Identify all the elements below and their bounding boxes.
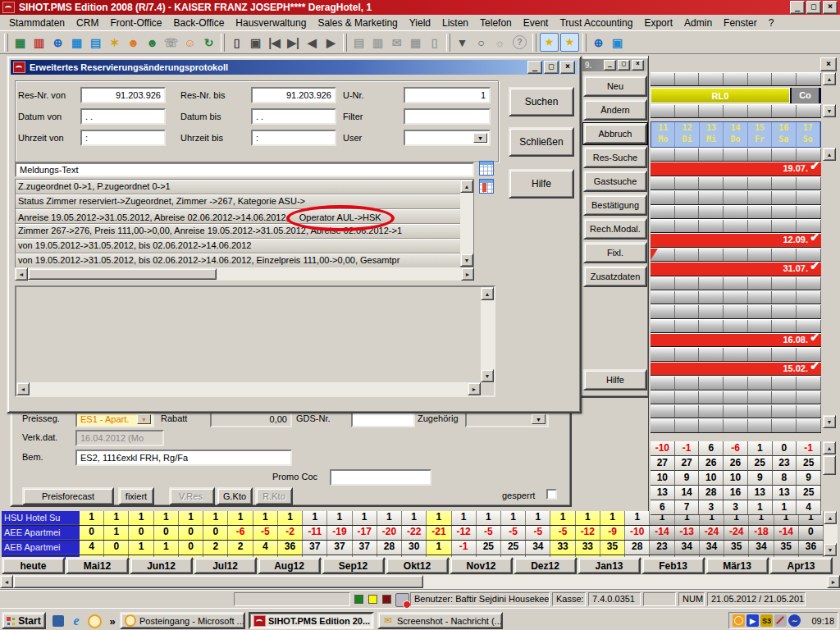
room-row[interactable] — [651, 219, 821, 233]
key-icon[interactable]: ✶ — [106, 34, 123, 51]
tab-okt12[interactable]: Okt12 — [386, 557, 449, 574]
filter-field[interactable] — [404, 108, 491, 125]
task-sihot[interactable]: SIHOT.PMS Edition 20... — [249, 612, 374, 629]
tab-mär13[interactable]: Mär13 — [705, 557, 769, 574]
minimize-button[interactable]: _ — [527, 61, 542, 74]
idea-icon[interactable]: ☼ — [491, 34, 509, 51]
scroll-down-icon[interactable]: ▼ — [823, 104, 836, 117]
message-list-hscrollbar[interactable]: ◄ ► — [15, 267, 474, 281]
zugehoerig-field[interactable]: ▼ — [465, 411, 549, 427]
ändern-button[interactable]: Ändern — [583, 99, 647, 121]
fixiert-button[interactable]: fixiert — [118, 487, 154, 505]
detail-vscrollbar[interactable]: ▲ ▼ — [481, 287, 494, 382]
guests-icon[interactable]: ☻ — [125, 34, 142, 51]
favorite-window-1-icon[interactable]: ★ — [540, 33, 559, 52]
reservation-bar[interactable]: 19.07.✔ — [651, 162, 821, 175]
detail-hscrollbar[interactable]: ◄ ► — [16, 382, 481, 395]
u-nr--field[interactable]: 1 — [404, 87, 491, 103]
datum-von-field[interactable]: . . — [80, 108, 166, 125]
globe-check-icon[interactable]: ⊕ — [49, 34, 66, 51]
close-icon[interactable]: × — [820, 57, 837, 71]
scroll-up-icon[interactable]: ▲ — [823, 148, 836, 161]
person-icon[interactable]: ☺ — [181, 34, 199, 51]
preview-icon[interactable]: ▤ — [350, 34, 368, 51]
hscroll-thumb[interactable] — [28, 268, 217, 280]
phone-icon[interactable]: ☏ — [162, 34, 180, 51]
chevron-more-icon[interactable]: » — [105, 614, 120, 628]
next-icon[interactable]: ▶ — [322, 34, 340, 51]
gds-field[interactable] — [351, 411, 415, 427]
save-icon[interactable]: ▣ — [247, 34, 264, 51]
preisseg-field[interactable]: ES1 - Apart.▼ — [75, 411, 154, 427]
tab-jun12[interactable]: Jun12 — [130, 557, 193, 574]
scroll-down-icon[interactable]: ▼ — [823, 415, 836, 428]
close-button[interactable]: × — [823, 1, 838, 14]
window-icon[interactable]: ▣ — [609, 34, 626, 51]
availability-vscrollbar[interactable]: ▲ ▼ — [824, 511, 838, 556]
refresh-icon[interactable]: ↻ — [200, 34, 217, 51]
abbruch-button[interactable]: Abbruch — [583, 123, 647, 144]
room-row[interactable]: 19.07.✔ — [651, 162, 821, 176]
res-suche-button[interactable]: Res-Suche — [583, 147, 647, 168]
close-button[interactable]: × — [560, 61, 575, 74]
menu-crm[interactable]: CRM — [71, 16, 104, 30]
package-icon[interactable]: ▥ — [369, 34, 386, 51]
hilfe-button[interactable]: Hilfe — [509, 169, 574, 199]
neu-button[interactable]: Neu — [583, 75, 647, 97]
tab-heute[interactable]: heute — [2, 557, 65, 574]
first-icon[interactable]: |◀ — [266, 34, 283, 51]
room-row[interactable] — [651, 404, 821, 418]
uhrzeit-bis-field[interactable]: : — [251, 130, 336, 146]
reception-icon[interactable]: ☻ — [144, 34, 161, 51]
scroll-left-icon[interactable]: ◄ — [16, 382, 30, 395]
uhrzeit-von-field[interactable]: : — [80, 130, 166, 146]
mail-icon[interactable]: ✉ — [388, 34, 405, 51]
scroll-left-icon[interactable]: ◄ — [15, 267, 28, 281]
message-row[interactable]: von 19.05.2012->31.05.2012, bis 02.06.20… — [16, 253, 460, 268]
minimize-button[interactable]: _ — [790, 1, 805, 14]
room-row[interactable]: 16.08.✔ — [651, 333, 821, 347]
menu-back-office[interactable]: Back-Office — [168, 16, 231, 30]
scroll-up-icon[interactable]: ▲ — [824, 511, 837, 524]
tab-aug12[interactable]: Aug12 — [258, 557, 321, 574]
scroll-down-icon[interactable]: ▼ — [460, 253, 473, 267]
zusatzdaten-button[interactable]: Zusatzdaten — [583, 266, 647, 287]
reservation-bar[interactable]: 31.07.✔ — [651, 262, 821, 275]
filter-icon[interactable]: ▼ — [454, 34, 471, 51]
page-icon[interactable]: ▯ — [426, 34, 443, 51]
menu-export[interactable]: Export — [638, 16, 678, 30]
zugehoerig-dropdown-icon[interactable]: ▼ — [532, 414, 546, 424]
mute-tray-icon[interactable] — [774, 614, 787, 627]
preisforecast-button[interactable]: Preisforecast — [22, 487, 114, 505]
start-button[interactable]: Start — [2, 612, 46, 629]
room-row[interactable] — [651, 205, 821, 219]
minimize-button[interactable]: _ — [604, 60, 616, 71]
room-row[interactable] — [651, 248, 821, 262]
message-list-header[interactable]: Meldungs-Text — [15, 162, 474, 177]
hilfe-button[interactable]: Hilfe — [583, 369, 647, 390]
quicklaunch-app-icon[interactable] — [51, 614, 66, 628]
schliessen-button[interactable]: Schließen — [509, 127, 574, 157]
main-hscrollbar[interactable]: ◄ ► — [0, 575, 840, 589]
room-row[interactable] — [651, 190, 821, 204]
maximize-button[interactable]: □ — [618, 60, 630, 71]
scroll-down-icon[interactable]: ▼ — [824, 543, 837, 556]
rl0-bar[interactable]: RL0 — [651, 88, 790, 103]
bem-field[interactable]: ES2, 111€exkl FRH, Rg/Fa — [75, 450, 292, 466]
print-icon[interactable]: ▦ — [407, 34, 424, 51]
kasse-icon[interactable]: ▥ — [30, 34, 48, 51]
detail-textarea[interactable]: ▲ ▼ ◄ ► — [15, 285, 495, 397]
room-row[interactable]: 15.02.✔ — [651, 362, 821, 376]
scroll-left-icon[interactable]: ◄ — [0, 575, 13, 588]
message-row[interactable]: von 19.05.2012->31.05.2012, bis 02.06.20… — [16, 239, 460, 253]
reservation-bar[interactable]: 16.08.✔ — [651, 334, 821, 346]
preisseg-dropdown-icon[interactable]: ▼ — [137, 414, 151, 424]
rech-modal--button[interactable]: Rech.Modal. — [583, 218, 647, 240]
room-row[interactable] — [651, 176, 821, 190]
prev-icon[interactable]: ◀ — [304, 34, 321, 51]
gesperrt-checkbox[interactable] — [546, 489, 557, 500]
tab-feb13[interactable]: Feb13 — [641, 557, 705, 574]
table-view-icon[interactable] — [479, 161, 494, 176]
message-row[interactable]: Anreise 19.05.2012->31.05.2012, Abreise … — [16, 209, 460, 224]
rabatt-field[interactable]: 0,00 — [210, 411, 292, 427]
